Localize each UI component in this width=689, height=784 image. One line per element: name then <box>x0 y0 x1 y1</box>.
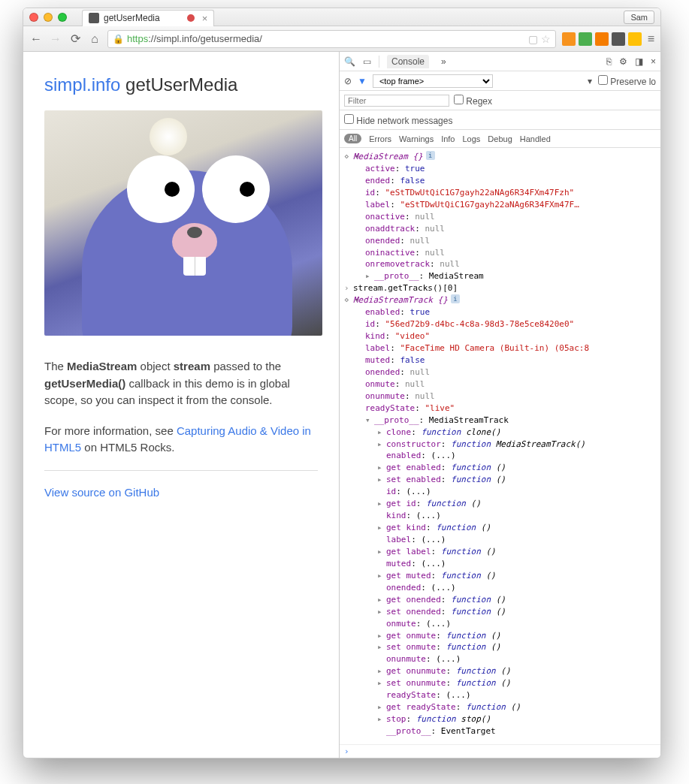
level-debug[interactable]: Debug <box>488 134 512 143</box>
extension-icon[interactable] <box>579 32 592 46</box>
proto-property[interactable]: muted: (...) <box>340 558 660 570</box>
object-property[interactable]: onremovetrack: null <box>340 258 660 270</box>
object-property[interactable]: ▾__proto__: MediaStreamTrack <box>340 415 660 427</box>
proto-property[interactable]: ▸set enabled: function () <box>340 474 660 486</box>
level-warnings[interactable]: Warnings <box>399 134 434 143</box>
browser-tab[interactable]: getUserMedia × <box>82 10 214 26</box>
title-link[interactable]: simpl.info <box>44 74 120 95</box>
proto-property[interactable]: ▸get id: function () <box>340 498 660 510</box>
preserve-log-checkbox[interactable] <box>598 75 608 85</box>
extension-icon[interactable] <box>628 32 642 46</box>
proto-property[interactable]: onunmute: (...) <box>340 653 660 665</box>
level-handled[interactable]: Handled <box>520 134 551 143</box>
more-tabs-button[interactable]: » <box>437 55 451 68</box>
view-source-link[interactable]: View source on GitHub <box>44 486 159 499</box>
hide-network-checkbox[interactable] <box>344 114 354 124</box>
object-property[interactable]: readyState: "live" <box>340 403 660 415</box>
object-property[interactable]: kind: "video" <box>340 330 660 342</box>
object-property[interactable]: oninactive: null <box>340 247 660 259</box>
hamburger-menu-button[interactable]: ≡ <box>648 32 654 46</box>
clear-console-icon[interactable]: ⊘ <box>344 76 352 86</box>
proto-property[interactable]: enabled: (...) <box>340 450 660 462</box>
object-property[interactable]: active: true <box>340 163 660 175</box>
level-info[interactable]: Info <box>441 134 455 143</box>
extension-icon[interactable] <box>562 32 576 46</box>
object-property[interactable]: onended: null <box>340 235 660 247</box>
recording-indicator-icon <box>187 14 195 22</box>
address-bar[interactable]: 🔒 https ://simpl.info/getusermedia/ ▢ ☆ <box>107 30 556 48</box>
forward-button[interactable]: → <box>49 32 62 46</box>
title-text: getUserMedia <box>120 74 237 95</box>
info-paragraph: For more information, see Capturing Audi… <box>44 423 318 457</box>
console-output[interactable]: ⋄ ▾MediaStream {}i active: trueended: fa… <box>340 148 660 744</box>
object-property[interactable]: enabled: true <box>340 306 660 318</box>
close-tab-button[interactable]: × <box>202 13 208 24</box>
object-property[interactable]: onended: null <box>340 366 660 378</box>
filter-funnel-icon[interactable]: ▼ <box>358 76 367 86</box>
frame-selector[interactable]: <top frame> <box>373 74 493 88</box>
object-property[interactable]: id: "56ed72b9-d4bc-4c8a-98d3-78e5ce8420e… <box>340 318 660 330</box>
proto-property[interactable]: ▸clone: function clone() <box>340 427 660 439</box>
proto-property[interactable]: ▸set onended: function () <box>340 606 660 618</box>
settings-gear-icon[interactable]: ⚙ <box>619 56 627 67</box>
bookmark-star-icon[interactable]: ☆ <box>541 33 551 45</box>
proto-property[interactable]: ▸get enabled: function () <box>340 462 660 474</box>
proto-property[interactable]: ▸get muted: function () <box>340 570 660 582</box>
object-property[interactable]: onactive: null <box>340 211 660 223</box>
object-property[interactable]: label: "FaceTime HD Camera (Built-in) (0… <box>340 342 660 354</box>
proto-property[interactable]: ▸constructor: function MediaStreamTrack(… <box>340 439 660 451</box>
object-property[interactable]: ended: false <box>340 175 660 187</box>
level-logs[interactable]: Logs <box>463 134 481 143</box>
object-property[interactable]: onunmute: null <box>340 390 660 403</box>
page-content: simpl.info getUserMedia The MediaStream … <box>23 52 339 758</box>
console-tab[interactable]: Console <box>387 55 429 68</box>
proto-property[interactable]: ▸set onmute: function () <box>340 641 660 653</box>
proto-property[interactable]: onmute: (...) <box>340 618 660 630</box>
regex-checkbox[interactable] <box>454 95 464 104</box>
object-property[interactable]: muted: false <box>340 354 660 366</box>
minimize-window-button[interactable] <box>44 13 53 22</box>
object-property[interactable]: label: "eStTDwUtQiC1G7gayh22aNAg6R34FXm4… <box>340 199 660 211</box>
proto-property[interactable]: ▸get kind: function () <box>340 522 660 534</box>
object-property[interactable]: onmute: null <box>340 378 660 390</box>
inspect-icon[interactable]: 🔍 <box>344 56 355 67</box>
proto-property[interactable]: ▸get onunmute: function () <box>340 665 660 677</box>
proto-property[interactable]: __proto__: EventTarget <box>340 725 660 737</box>
reload-button[interactable]: ⟳ <box>68 32 82 46</box>
proto-property[interactable]: readyState: (...) <box>340 689 660 701</box>
object-header[interactable]: ⋄ ▾MediaStream {}i <box>340 151 660 163</box>
object-property[interactable]: onaddtrack: null <box>340 223 660 235</box>
proto-property[interactable]: id: (...) <box>340 486 660 498</box>
level-all[interactable]: All <box>344 134 361 143</box>
console-input-line[interactable]: ›stream.getTracks()[0] <box>340 282 660 294</box>
proto-property[interactable]: ▸set onunmute: function () <box>340 677 660 689</box>
proto-property[interactable]: ▸get readyState: function () <box>340 701 660 713</box>
proto-property[interactable]: ▸get onended: function () <box>340 594 660 606</box>
console-prompt[interactable]: › <box>340 744 660 758</box>
object-header[interactable]: ⋄ ▾MediaStreamTrack {}i <box>340 294 660 306</box>
proto-property[interactable]: onended: (...) <box>340 582 660 594</box>
proto-property[interactable]: ▸stop: function stop() <box>340 713 660 725</box>
proto-property[interactable]: ▸get onmute: function () <box>340 630 660 642</box>
camera-indicator-icon[interactable]: ▢ <box>528 33 538 45</box>
dock-side-icon[interactable]: ◨ <box>635 56 643 67</box>
proto-property[interactable]: kind: (...) <box>340 510 660 522</box>
cast-icon[interactable] <box>612 32 625 46</box>
level-errors[interactable]: Errors <box>369 134 391 143</box>
extension-icon[interactable] <box>595 32 609 46</box>
close-window-button[interactable] <box>29 13 38 22</box>
object-property[interactable]: ▸__proto__: MediaStream <box>340 270 660 282</box>
profile-button[interactable]: Sam <box>624 11 654 24</box>
device-mode-icon[interactable]: ▭ <box>363 56 371 67</box>
proto-property[interactable]: label: (...) <box>340 534 660 546</box>
back-button[interactable]: ← <box>29 32 43 46</box>
toolbar: ← → ⟳ ⌂ 🔒 https ://simpl.info/getusermed… <box>23 26 660 52</box>
proto-property[interactable]: ▸get label: function () <box>340 546 660 558</box>
close-devtools-button[interactable]: × <box>651 56 656 67</box>
page-title: simpl.info getUserMedia <box>44 74 318 95</box>
home-button[interactable]: ⌂ <box>88 32 101 46</box>
drawer-toggle-icon[interactable]: ⎘ <box>606 56 612 67</box>
filter-input[interactable] <box>344 95 449 107</box>
object-property[interactable]: id: "eStTDwUtQiC1G7gayh22aNAg6R34FXm47Fz… <box>340 187 660 199</box>
maximize-window-button[interactable] <box>58 13 67 22</box>
